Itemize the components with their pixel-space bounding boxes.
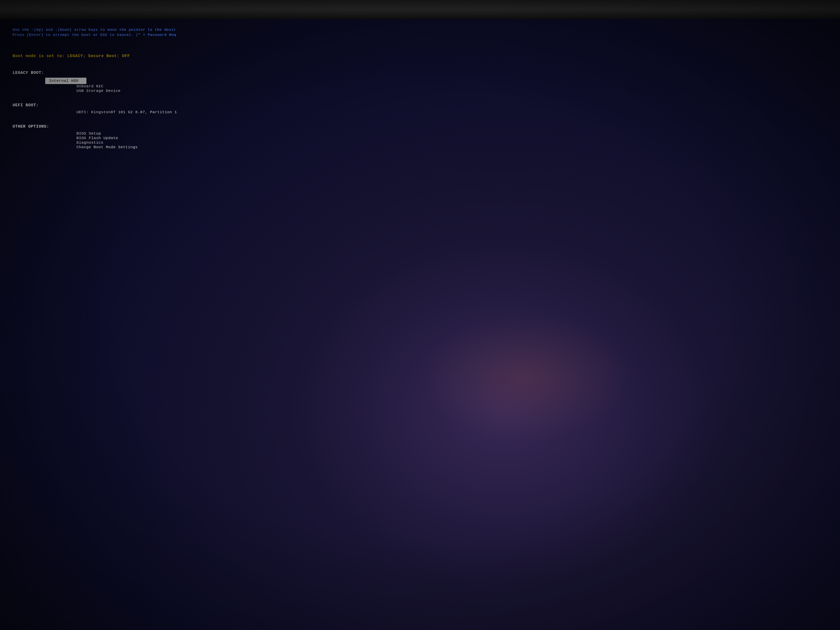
menu-item-change-boot-mode[interactable]: Change Boot Mode Settings: [45, 144, 138, 151]
uefi-boot-header: UEFI BOOT:: [13, 103, 827, 107]
menu-item-usb-storage[interactable]: USB Storage Device: [45, 88, 121, 94]
menu-item-internal-hdd-wrapper[interactable]: Internal HDD: [13, 77, 827, 84]
legacy-boot-section: LEGACY BOOT: Internal HDD Onboard NIC US…: [13, 71, 827, 93]
uefi-boot-section: UEFI BOOT: UEFI: KingstonDT 101 G2 8.07,…: [13, 103, 827, 114]
legacy-boot-header: LEGACY BOOT:: [13, 71, 827, 75]
other-options-header: OTHER OPTIONS:: [13, 124, 827, 129]
bezel-top: [0, 0, 840, 19]
menu-item-uefi-kingston[interactable]: UEFI: KingstonDT 101 G2 8.07, Partition …: [45, 109, 177, 115]
menu-item-bios-flash-wrapper[interactable]: BIOS Flash Update: [13, 136, 827, 141]
menu-item-bios-setup-wrapper[interactable]: BIOS Setup: [13, 131, 827, 136]
other-options-section: OTHER OPTIONS: BIOS Setup BIOS Flash Upd…: [13, 124, 827, 150]
menu-item-uefi-kingston-wrapper[interactable]: UEFI: KingstonDT 101 G2 8.07, Partition …: [13, 110, 827, 114]
instruction-line-1: Use the ↑(Up) and ↓(Down) arrow keys to …: [13, 27, 827, 32]
menu-item-change-boot-mode-wrapper[interactable]: Change Boot Mode Settings: [13, 145, 827, 150]
boot-mode-line: Boot mode is set to: LEGACY; Secure Boot…: [13, 54, 827, 58]
bios-screen: Use the ↑(Up) and ↓(Down) arrow keys to …: [0, 0, 840, 630]
instruction-line-2: Press [Enter] to attempt the boot or ESC…: [13, 32, 827, 38]
menu-item-onboard-nic-wrapper[interactable]: Onboard NIC: [13, 84, 827, 88]
bios-content: Use the ↑(Up) and ↓(Down) arrow keys to …: [0, 19, 840, 630]
menu-item-usb-storage-wrapper[interactable]: USB Storage Device: [13, 88, 827, 93]
